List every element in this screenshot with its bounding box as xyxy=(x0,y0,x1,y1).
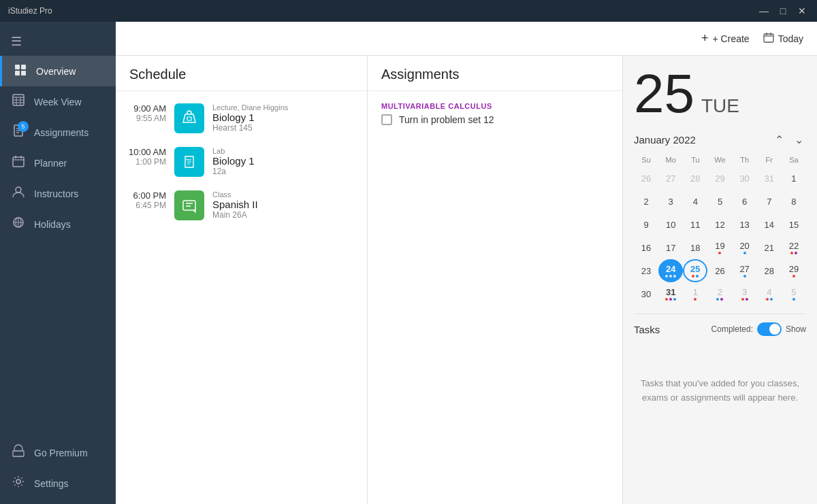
cal-cell-20[interactable]: 20 xyxy=(733,236,757,259)
cal-cell-3[interactable]: 3 xyxy=(658,190,683,213)
cal-cell-26[interactable]: 26 xyxy=(707,259,732,282)
cal-cell-8[interactable]: 8 xyxy=(782,190,806,213)
create-button[interactable]: + + Create xyxy=(701,31,750,46)
hamburger-icon[interactable]: ☰ xyxy=(0,27,116,56)
overview-icon xyxy=(13,63,28,80)
cal-cell-12[interactable]: 12 xyxy=(707,213,732,236)
toolbar: + + Create Today xyxy=(116,22,817,56)
cal-cell-31-dec[interactable]: 31 xyxy=(757,167,782,190)
assignment-checkbox-0[interactable] xyxy=(381,114,392,125)
cal-cell-4-feb[interactable]: 4 xyxy=(757,282,782,305)
cal-cell-9[interactable]: 9 xyxy=(634,213,658,236)
big-day-name: TUE xyxy=(701,95,739,117)
cal-cell-26-dec[interactable]: 26 xyxy=(634,167,658,190)
tasks-show-label[interactable]: Show xyxy=(786,324,806,334)
cal-cell-3-feb[interactable]: 3 xyxy=(733,282,757,305)
svg-point-24 xyxy=(16,480,20,484)
cal-cell-1-feb[interactable]: 1 xyxy=(683,282,707,305)
assignments-badge: 5 xyxy=(18,121,29,132)
cal-cell-30[interactable]: 30 xyxy=(634,282,658,305)
cal-cell-22[interactable]: 22 xyxy=(782,236,806,259)
sidebar-item-week-view[interactable]: Week View xyxy=(0,86,116,117)
title-bar: iStudiez Pro — □ ✕ xyxy=(0,0,817,22)
cal-cell-31[interactable]: 31 xyxy=(658,282,683,305)
sidebar-holidays-label: Holidays xyxy=(34,219,71,230)
end-time-2: 6:45 PM xyxy=(127,201,166,210)
cal-cell-14[interactable]: 14 xyxy=(757,213,782,236)
cal-cell-11[interactable]: 11 xyxy=(683,213,707,236)
cal-cell-19[interactable]: 19 xyxy=(707,236,732,259)
cal-cell-25[interactable]: 25 xyxy=(683,259,707,282)
dow-mo: Mo xyxy=(658,153,683,167)
cal-cell-29[interactable]: 29 xyxy=(782,259,806,282)
calendar-next-button[interactable]: ⌄ xyxy=(792,132,806,148)
schedule-location-2: Main 26A xyxy=(212,210,258,220)
calendar-prev-button[interactable]: ⌃ xyxy=(772,132,786,148)
cal-cell-4[interactable]: 4 xyxy=(683,190,707,213)
cal-cell-18[interactable]: 18 xyxy=(683,236,707,259)
tasks-completed-area: Completed: Show xyxy=(711,322,806,336)
cal-cell-5-feb[interactable]: 5 xyxy=(782,282,806,305)
app-title: iStudiez Pro xyxy=(8,6,52,16)
schedule-icon-2 xyxy=(174,190,204,220)
svg-rect-23 xyxy=(13,451,24,456)
close-button[interactable]: ✕ xyxy=(795,6,809,16)
today-button[interactable]: Today xyxy=(763,32,803,45)
cal-cell-28-dec[interactable]: 28 xyxy=(683,167,707,190)
schedule-type-1: Lab xyxy=(212,147,255,155)
sidebar-item-overview[interactable]: Overview xyxy=(0,56,116,86)
assignment-task-0[interactable]: Turn in problem set 12 xyxy=(381,114,609,125)
cal-cell-2-feb[interactable]: 2 xyxy=(707,282,732,305)
svg-rect-31 xyxy=(183,201,195,210)
cal-cell-1[interactable]: 1 xyxy=(782,167,806,190)
cal-cell-6[interactable]: 6 xyxy=(733,190,757,213)
calendar-month-year: January 2022 xyxy=(634,134,696,146)
schedule-item-1[interactable]: 10:00 AM 1:00 PM Lab Biol xyxy=(116,140,367,184)
cal-cell-28[interactable]: 28 xyxy=(757,259,782,282)
cal-cell-21[interactable]: 21 xyxy=(757,236,782,259)
today-label: Today xyxy=(778,33,803,44)
minimize-button[interactable]: — xyxy=(757,6,771,16)
end-time-0: 9:55 AM xyxy=(127,114,166,123)
cal-cell-16[interactable]: 16 xyxy=(634,236,658,259)
maximize-button[interactable]: □ xyxy=(776,6,790,16)
cal-cell-23[interactable]: 23 xyxy=(634,259,658,282)
cal-cell-30-dec[interactable]: 30 xyxy=(733,167,757,190)
assignment-text-0: Turn in problem set 12 xyxy=(399,114,494,125)
cal-cell-5[interactable]: 5 xyxy=(707,190,732,213)
cal-cell-15[interactable]: 15 xyxy=(782,213,806,236)
dow-su: Su xyxy=(634,153,658,167)
cal-cell-13[interactable]: 13 xyxy=(733,213,757,236)
cal-cell-7[interactable]: 7 xyxy=(757,190,782,213)
cal-cell-17[interactable]: 17 xyxy=(658,236,683,259)
cal-cell-29-dec[interactable]: 29 xyxy=(707,167,732,190)
schedule-time-1: 10:00 AM 1:00 PM xyxy=(127,147,166,167)
schedule-time-0: 9:00 AM 9:55 AM xyxy=(127,103,166,123)
schedule-item-2[interactable]: 6:00 PM 6:45 PM Class Spa xyxy=(116,184,367,227)
cal-cell-10[interactable]: 10 xyxy=(658,213,683,236)
calendar-icon xyxy=(763,32,774,45)
schedule-name-1: Biology 1 xyxy=(212,155,255,167)
sidebar-item-settings[interactable]: Settings xyxy=(0,468,116,499)
sidebar-item-instructors[interactable]: Instructors xyxy=(0,178,116,209)
cal-cell-24[interactable]: 24 xyxy=(658,259,683,282)
schedule-item-0[interactable]: 9:00 AM 9:55 AM Lecture, Diane Higgins xyxy=(116,97,367,140)
schedule-icon-1 xyxy=(174,147,204,177)
calendar-week-4: 23 24 25 26 27 28 29 xyxy=(634,259,806,282)
svg-rect-0 xyxy=(15,65,20,69)
sidebar-item-planner[interactable]: Planner xyxy=(0,148,116,178)
tasks-header: Tasks Completed: Show xyxy=(634,322,806,336)
completed-toggle[interactable] xyxy=(757,322,782,336)
cal-cell-27-dec[interactable]: 27 xyxy=(658,167,683,190)
schedule-name-0: Biology 1 xyxy=(212,112,288,123)
assignment-item-0: MULTIVARIABLE CALCULUS Turn in problem s… xyxy=(368,91,622,136)
schedule-icon-0 xyxy=(174,103,204,133)
cal-cell-27[interactable]: 27 xyxy=(733,259,757,282)
sidebar-item-assignments[interactable]: Assignments 5 xyxy=(0,117,116,148)
cal-cell-2[interactable]: 2 xyxy=(634,190,658,213)
sidebar-item-holidays[interactable]: Holidays xyxy=(0,209,116,239)
plus-icon: + xyxy=(701,31,709,46)
dow-we: We xyxy=(707,153,732,167)
sidebar-item-go-premium[interactable]: Go Premium xyxy=(0,437,116,468)
calendar-panel: 25 TUE January 2022 ⌃ ⌄ Su Mo Tu We xyxy=(623,56,817,504)
